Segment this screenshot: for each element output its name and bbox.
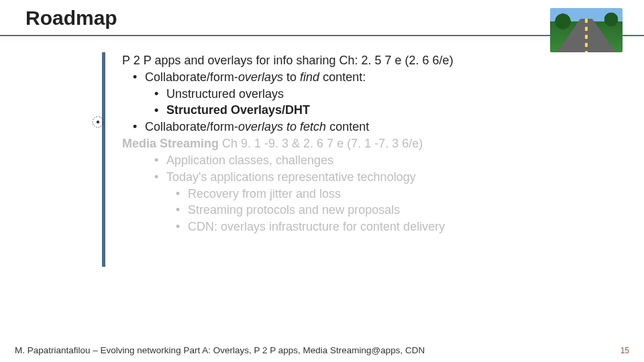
vertical-bar [102,52,105,267]
bullet-streaming-protocols: Streaming protocols and new proposals [176,202,585,219]
page-title: Roadmap [0,0,644,35]
bullet-app-classes: Application classes, challenges [154,152,585,169]
footer: M. Papatriantafilou – Evolving networkin… [15,345,629,355]
section2-heading: Media Streaming Ch 9. 1 -9. 3 & 2. 6 7 e… [122,135,585,152]
content-block: P 2 P apps and overlays for info sharing… [102,52,585,235]
road-image [550,8,623,52]
svg-point-1 [97,121,99,123]
bullet-recovery: Recovery from jitter and loss [176,186,585,202]
footer-text: M. Papatriantafilou – Evolving networkin… [15,345,425,355]
bullet-structured-dht: Structured Overlays/DHT [154,102,585,119]
bullet-cdn: CDN: overlays infrastructure for content… [176,219,585,235]
marker-dot-icon [91,115,105,129]
title-rule [0,35,644,36]
bullet-today-apps: Today's applications representative tech… [154,169,585,186]
page-number: 15 [621,346,629,355]
bullet-collab-fetch: Collaborate/form-overlays to fetch conte… [133,119,585,135]
bullet-collab-find: Collaborate/form-overlays to find conten… [133,69,585,86]
bullet-unstructured: Unstructured overlays [154,86,585,103]
section1-heading: P 2 P apps and overlays for info sharing… [122,52,585,69]
